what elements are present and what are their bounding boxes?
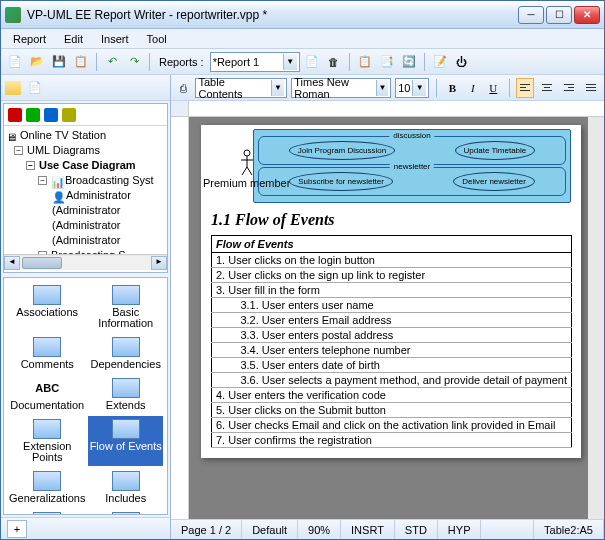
menu-report[interactable]: Report: [5, 31, 54, 47]
underline-button[interactable]: U: [485, 78, 501, 98]
delete-icon[interactable]: 🗑: [324, 52, 344, 72]
power-icon[interactable]: ⏻: [452, 52, 472, 72]
scroll-left-icon[interactable]: ◄: [4, 256, 20, 270]
chevron-down-icon[interactable]: ▼: [283, 54, 297, 70]
config-icon[interactable]: 📝: [430, 52, 450, 72]
palette-basic-info[interactable]: Basic Information: [88, 282, 163, 332]
page: Premium member discussion Join Program D…: [201, 125, 581, 458]
left-toolbar: 📄: [1, 75, 170, 101]
chevron-down-icon[interactable]: ▼: [271, 80, 285, 96]
palette-dependencies[interactable]: Dependencies: [88, 334, 163, 373]
add-report-icon[interactable]: 📄: [302, 52, 322, 72]
table-row[interactable]: 3.5. User enters date of birth: [212, 358, 572, 373]
table-row[interactable]: 1. User clicks on the login button: [212, 253, 572, 268]
save-icon[interactable]: 💾: [49, 52, 69, 72]
menubar: Report Edit Insert Tool: [1, 29, 604, 49]
refresh-icon[interactable]: 🔄: [399, 52, 419, 72]
h-ruler[interactable]: [189, 101, 604, 116]
close-button[interactable]: ✕: [574, 6, 600, 24]
page-icon[interactable]: 📄: [25, 78, 45, 98]
table-row[interactable]: 5. User clicks on the Submit button: [212, 403, 572, 418]
table-row[interactable]: 7. User confirms the registration: [212, 433, 572, 448]
table-row[interactable]: 6. User checks Email and click on the ac…: [212, 418, 572, 433]
palette: Associations Basic Information Comments …: [3, 277, 168, 515]
svg-line-3: [242, 167, 247, 175]
h-scrollbar[interactable]: ◄ ►: [4, 254, 167, 270]
editor-area: ⎙ Table Contents▼ Times New Roman▼ 10▼ B…: [171, 75, 604, 539]
add-tab-button[interactable]: +: [7, 520, 27, 538]
align-center-button[interactable]: [538, 78, 556, 98]
maximize-button[interactable]: ☐: [546, 6, 572, 24]
table-row[interactable]: 3.3. User enters postal address: [212, 328, 572, 343]
pagebreak-icon[interactable]: ⎙: [175, 78, 191, 98]
status-style: Default: [242, 520, 298, 539]
tree-icon-3[interactable]: [44, 108, 58, 122]
status-zoom[interactable]: 90%: [298, 520, 341, 539]
v-scrollbar[interactable]: [588, 117, 604, 519]
diagram-icon: 📊: [51, 175, 63, 187]
menu-tool[interactable]: Tool: [139, 31, 175, 47]
menu-edit[interactable]: Edit: [56, 31, 91, 47]
palette-flow-of-events[interactable]: Flow of Events: [88, 416, 163, 466]
chevron-down-icon[interactable]: ▼: [376, 80, 388, 96]
scroll-thumb[interactable]: [22, 257, 62, 269]
flow-table[interactable]: Flow of Events 1. User clicks on the log…: [211, 235, 572, 448]
window-title: VP-UML EE Report Writer - reportwriter.v…: [27, 8, 518, 22]
align-justify-button[interactable]: [582, 78, 600, 98]
chevron-down-icon[interactable]: ▼: [412, 80, 426, 96]
v-ruler[interactable]: [171, 117, 189, 519]
palette-generalizations[interactable]: Generalizations: [8, 468, 86, 507]
table-row[interactable]: 3.2. User enters Email address: [212, 313, 572, 328]
palette-includes[interactable]: Includes: [88, 468, 163, 507]
size-combo[interactable]: 10▼: [395, 78, 429, 98]
copy-icon[interactable]: 📑: [377, 52, 397, 72]
status-insrt[interactable]: INSRT: [341, 520, 395, 539]
font-combo[interactable]: Times New Roman▼: [291, 78, 391, 98]
ruler-row: [171, 101, 604, 117]
status-std[interactable]: STD: [395, 520, 438, 539]
tree-icon-2[interactable]: [26, 108, 40, 122]
table-row[interactable]: 3.1. User enters user name: [212, 298, 572, 313]
palette-associations[interactable]: Associations: [8, 282, 86, 332]
bold-button[interactable]: B: [444, 78, 460, 98]
table-row[interactable]: 3. User fill in the form: [212, 283, 572, 298]
app-icon: [5, 7, 21, 23]
align-right-button[interactable]: [560, 78, 578, 98]
undo-icon[interactable]: ↶: [102, 52, 122, 72]
page-viewport[interactable]: Premium member discussion Join Program D…: [189, 117, 588, 519]
table-row[interactable]: 3.6. User selects a payment method, and …: [212, 373, 572, 388]
export-icon[interactable]: 📋: [71, 52, 91, 72]
scroll-right-icon[interactable]: ►: [151, 256, 167, 270]
align-left-button[interactable]: [516, 78, 534, 98]
palette-parent[interactable]: Parent: [88, 509, 163, 515]
palette-comments[interactable]: Comments: [8, 334, 86, 373]
reports-combo[interactable]: *Report 1 ▼: [210, 52, 300, 72]
menu-insert[interactable]: Insert: [93, 31, 137, 47]
palette-extension-points[interactable]: Extension Points: [8, 416, 86, 466]
table-row[interactable]: 3.4. User enters telephone number: [212, 343, 572, 358]
collapse-icon[interactable]: −: [38, 251, 47, 254]
new-icon[interactable]: 📄: [5, 52, 25, 72]
folder-icon[interactable]: [5, 81, 21, 95]
status-hyp[interactable]: HYP: [438, 520, 482, 539]
usecase: Subscribe for newsletter: [289, 172, 393, 191]
palette-model[interactable]: Model: [8, 509, 86, 515]
collapse-icon[interactable]: −: [14, 146, 23, 155]
open-icon[interactable]: 📂: [27, 52, 47, 72]
titlebar: VP-UML EE Report Writer - reportwriter.v…: [1, 1, 604, 29]
left-panel: 📄 🖥Online TV Station −UML Diagrams −Use …: [1, 75, 171, 539]
minimize-button[interactable]: ─: [518, 6, 544, 24]
collapse-icon[interactable]: −: [38, 176, 47, 185]
italic-button[interactable]: I: [465, 78, 481, 98]
style-combo[interactable]: Table Contents▼: [195, 78, 287, 98]
tree-body[interactable]: 🖥Online TV Station −UML Diagrams −Use Ca…: [4, 126, 167, 254]
palette-documentation[interactable]: ABCDocumentation: [8, 375, 86, 414]
collapse-icon[interactable]: −: [26, 161, 35, 170]
tree-icon-4[interactable]: [62, 108, 76, 122]
palette-extends[interactable]: Extends: [88, 375, 163, 414]
tree-icon-1[interactable]: [8, 108, 22, 122]
table-row[interactable]: 4. User enters the verification code: [212, 388, 572, 403]
tool-icon[interactable]: 📋: [355, 52, 375, 72]
redo-icon[interactable]: ↷: [124, 52, 144, 72]
table-row[interactable]: 2. User clicks on the sign up link to re…: [212, 268, 572, 283]
